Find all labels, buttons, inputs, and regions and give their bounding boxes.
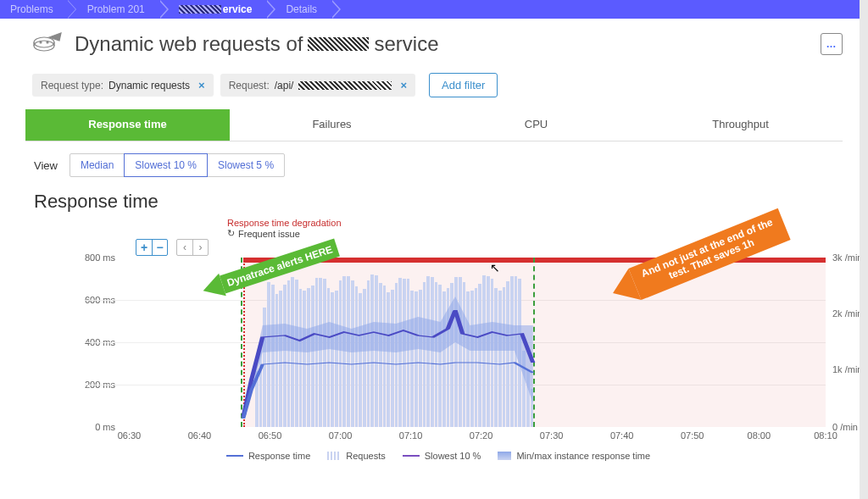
close-icon[interactable]: × [400,79,407,91]
pan-left-button[interactable]: ‹ [177,240,192,255]
x-axis: 06:30 06:40 06:50 07:00 07:10 07:20 07:3… [85,430,826,447]
plot-area [85,258,826,427]
tab-failures[interactable]: Failures [230,109,434,141]
view-btn-slowest-5[interactable]: Slowest 5 % [207,153,285,177]
crumb-problem-201[interactable]: Problem 201 [67,0,159,19]
scrollbar[interactable] [860,0,868,499]
more-button[interactable]: … [821,33,843,55]
tab-cpu[interactable]: CPU [434,109,638,141]
pan-controls: ‹ › [176,239,209,256]
tab-response-time[interactable]: Response time [25,109,230,141]
legend-slowest-10[interactable]: Slowest 10 % [403,451,481,461]
page-title: Dynamic web requests of service [75,32,821,56]
redacted-text [308,37,369,51]
add-filter-button[interactable]: Add filter [429,73,498,97]
view-selector: View Median Slowest 10 % Slowest 5 % [0,141,868,180]
redacted-text [179,5,221,14]
minmax-band [243,297,533,419]
zoom-controls: + − [136,239,168,256]
legend-minmax[interactable]: Min/max instance response time [498,451,650,461]
tab-throughput[interactable]: Throughput [638,109,843,141]
section-title: Response time [0,180,868,218]
svg-point-2 [40,42,42,43]
recurrence-icon: ↻ [227,228,235,239]
legend-requests[interactable]: Requests [327,451,385,461]
zoom-in-button[interactable]: + [136,240,152,255]
service-icon [32,30,66,58]
metric-tabs: Response time Failures CPU Throughput [25,109,843,141]
view-label: View [34,159,58,172]
view-btn-median[interactable]: Median [70,153,125,177]
page-header: Dynamic web requests of service … [0,19,868,66]
legend-response-time[interactable]: Response time [226,451,310,461]
median-line [243,363,533,419]
crumb-service[interactable]: ervice [159,0,266,19]
svg-point-3 [47,42,48,43]
filter-pill-request-type[interactable]: Request type: Dynamic requests × [32,74,214,97]
filter-pill-request[interactable]: Request: /api/ × [220,74,415,97]
filter-row: Request type: Dynamic requests × Request… [0,66,868,109]
close-icon[interactable]: × [198,79,205,91]
pan-right-button[interactable]: › [192,240,208,255]
zoom-out-button[interactable]: − [152,240,167,255]
redacted-text [298,81,392,90]
chart-plot[interactable]: 800 ms 600 ms 400 ms 200 ms 0 ms 3k /min… [85,258,826,427]
view-btn-slowest-10[interactable]: Slowest 10 % [124,153,208,177]
breadcrumb: Problems Problem 201 ervice Details [0,0,868,19]
chart-legend: Response time Requests Slowest 10 % Min/… [34,451,843,461]
crumb-problems[interactable]: Problems [0,0,67,19]
